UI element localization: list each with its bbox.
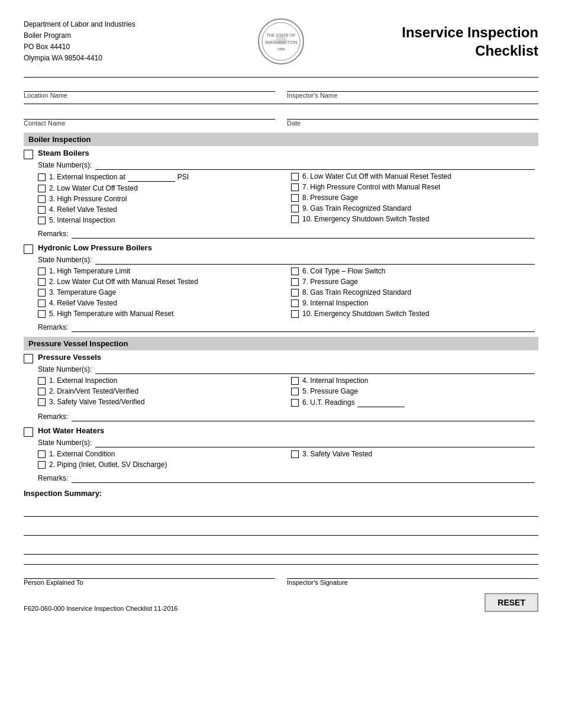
contact-name-field: Contact Name bbox=[24, 109, 275, 128]
pv-check-5[interactable] bbox=[291, 388, 299, 395]
hydronic-check-2[interactable] bbox=[38, 278, 46, 286]
steam-check-2[interactable] bbox=[38, 185, 46, 192]
contact-name-input[interactable] bbox=[24, 109, 275, 120]
ut-readings-input[interactable] bbox=[357, 398, 405, 407]
steam-item-7: 7. High Pressure Control with Manual Res… bbox=[291, 183, 538, 191]
hwh-item-2: 2. Piping (Inlet, Outlet, SV Discharge) bbox=[38, 460, 285, 469]
pv-check-1[interactable] bbox=[38, 377, 46, 385]
date-input[interactable] bbox=[287, 109, 538, 120]
hydronic-check-5[interactable] bbox=[38, 310, 46, 318]
summary-line-1[interactable] bbox=[24, 502, 538, 517]
hydronic-check-3[interactable] bbox=[38, 289, 46, 297]
hwh-item-3: 3. Safety Valve Tested bbox=[291, 450, 538, 458]
hwh-remarks-label: Remarks: bbox=[38, 474, 68, 482]
steam-remarks-label: Remarks: bbox=[38, 230, 68, 238]
hydronic-remarks-input[interactable] bbox=[72, 323, 535, 332]
pv-checkbox[interactable] bbox=[24, 354, 33, 363]
pv-check-3[interactable] bbox=[38, 398, 46, 406]
location-name-field: Location Name bbox=[24, 81, 275, 100]
steam-item-1-label: 1. External Inspection at PSI bbox=[49, 172, 189, 182]
summary-line-2[interactable] bbox=[24, 521, 538, 536]
hwh-item-1: 1. External Condition bbox=[38, 450, 285, 458]
pv-left-col: 1. External Inspection 2. Drain/Vent Tes… bbox=[38, 376, 285, 410]
person-explained-label: Person Explained To bbox=[24, 579, 275, 586]
person-explained-input[interactable] bbox=[24, 568, 275, 579]
header-divider bbox=[24, 77, 538, 78]
pv-state-num-label: State Number(s): bbox=[38, 365, 92, 373]
hydronic-check-9[interactable] bbox=[291, 299, 299, 307]
steam-check-8[interactable] bbox=[291, 194, 299, 202]
steam-state-num-row: State Number(s): bbox=[38, 160, 538, 170]
reset-button[interactable]: RESET bbox=[485, 593, 538, 612]
steam-item-5: 5. Internal Inspection bbox=[38, 216, 285, 224]
pv-state-num-input[interactable] bbox=[95, 365, 535, 374]
inspectors-name-input[interactable] bbox=[287, 81, 538, 92]
psi-input[interactable] bbox=[128, 172, 175, 182]
form-row-1: Location Name Inspector's Name bbox=[24, 81, 538, 100]
steam-remarks-input[interactable] bbox=[72, 229, 535, 239]
inspectors-signature-label: Inspector's Signature bbox=[287, 579, 538, 586]
svg-point-5 bbox=[275, 36, 287, 45]
pv-remarks-input[interactable] bbox=[72, 412, 535, 421]
pv-item-3: 3. Safety Valve Tested/Verified bbox=[38, 398, 285, 406]
hwh-state-num-input[interactable] bbox=[95, 438, 535, 447]
steam-state-num-label: State Number(s): bbox=[38, 161, 92, 169]
hydronic-check-4[interactable] bbox=[38, 299, 46, 307]
steam-check-5[interactable] bbox=[38, 217, 46, 224]
org-line1: Department of Labor and Industries bbox=[24, 19, 254, 30]
steam-check-9[interactable] bbox=[291, 205, 299, 212]
steam-check-3[interactable] bbox=[38, 195, 46, 203]
hwh-check-1[interactable] bbox=[38, 450, 46, 458]
hydronic-item-7: 7. Pressure Gage bbox=[291, 278, 538, 286]
hydronic-state-num-input[interactable] bbox=[95, 255, 535, 265]
row1-divider bbox=[24, 104, 538, 104]
steam-item-3: 3. High Pressure Control bbox=[38, 195, 285, 203]
hwh-checkbox[interactable] bbox=[24, 427, 33, 437]
steam-check-10[interactable] bbox=[291, 215, 299, 223]
hydronic-item-9: 9. Internal Inspection bbox=[291, 299, 538, 307]
hwh-remarks-input[interactable] bbox=[72, 473, 535, 483]
hydronic-item-10: 10. Emergency Shutdown Switch Tested bbox=[291, 310, 538, 318]
hydronic-state-num-label: State Number(s): bbox=[38, 256, 92, 264]
steam-check-7[interactable] bbox=[291, 183, 299, 191]
steam-boilers-title-row: Steam Boilers bbox=[24, 149, 538, 159]
location-name-input[interactable] bbox=[24, 81, 275, 92]
pv-check-2[interactable] bbox=[38, 388, 46, 395]
steam-item-6: 6. Low Water Cut Off with Manual Reset T… bbox=[291, 172, 538, 181]
pv-check-4[interactable] bbox=[291, 377, 299, 385]
steam-boilers-checkbox[interactable] bbox=[24, 150, 33, 159]
pressure-vessel-section-header: Pressure Vessel Inspection bbox=[24, 337, 538, 350]
date-field: Date bbox=[287, 109, 538, 128]
pv-title: Pressure Vessels bbox=[38, 353, 101, 362]
hydronic-check-6[interactable] bbox=[291, 268, 299, 275]
pv-check-6[interactable] bbox=[291, 399, 299, 407]
pv-item-2: 2. Drain/Vent Tested/Verified bbox=[38, 387, 285, 395]
hydronic-check-7[interactable] bbox=[291, 278, 299, 286]
steam-check-6[interactable] bbox=[291, 173, 299, 181]
pv-remarks-label: Remarks: bbox=[38, 413, 68, 421]
hydronic-left-col: 1. High Temperature Limit 2. Low Water C… bbox=[38, 267, 285, 320]
inspection-summary-title: Inspection Summary: bbox=[24, 489, 538, 498]
hydronic-checklist-grid: 1. High Temperature Limit 2. Low Water C… bbox=[38, 267, 538, 320]
steam-item-10: 10. Emergency Shutdown Switch Tested bbox=[291, 215, 538, 223]
hwh-check-3[interactable] bbox=[291, 450, 299, 458]
hydronic-check-1[interactable] bbox=[38, 268, 46, 275]
location-name-label: Location Name bbox=[24, 92, 275, 99]
pv-title-row: Pressure Vessels bbox=[24, 353, 538, 363]
steam-remarks-row: Remarks: bbox=[38, 229, 538, 239]
pressure-vessels-section: Pressure Vessels State Number(s): 1. Ext… bbox=[24, 353, 538, 421]
form-row-2: Contact Name Date bbox=[24, 109, 538, 128]
hydronic-check-8[interactable] bbox=[291, 289, 299, 297]
hwh-check-2[interactable] bbox=[38, 461, 46, 469]
steam-check-4[interactable] bbox=[38, 206, 46, 214]
pv-remarks-row: Remarks: bbox=[38, 412, 538, 421]
hydronic-item-5: 5. High Temperature with Manual Reset bbox=[38, 310, 285, 318]
state-seal-icon: THE STATE OF WASHINGTON 1889 bbox=[257, 18, 305, 65]
inspectors-signature-input[interactable] bbox=[287, 568, 538, 579]
footer-row: Person Explained To Inspector's Signatur… bbox=[24, 568, 538, 587]
steam-check-1[interactable] bbox=[38, 173, 46, 181]
steam-state-num-input[interactable] bbox=[95, 160, 535, 170]
hydronic-check-10[interactable] bbox=[291, 310, 299, 318]
summary-line-3[interactable] bbox=[24, 540, 538, 555]
hydronic-checkbox[interactable] bbox=[24, 244, 33, 254]
